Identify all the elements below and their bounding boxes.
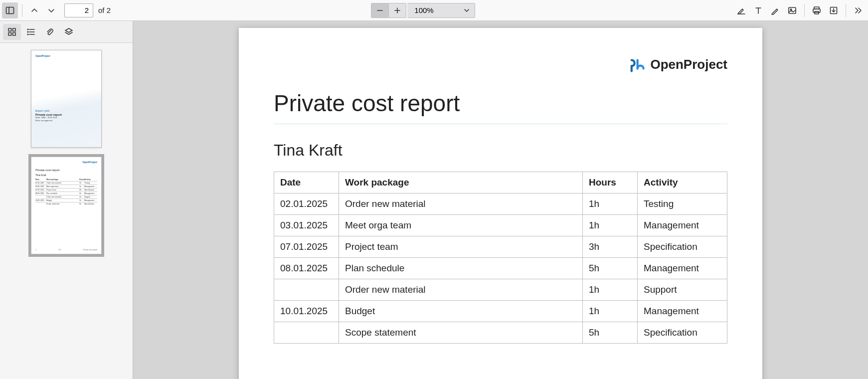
cell-date: 03.01.2025 — [274, 215, 339, 236]
zoom-out-button[interactable] — [371, 3, 388, 17]
thumbnail-list: OpenProject Export / print Private cost … — [0, 43, 133, 379]
thumb1-meta2: Basic management — [35, 120, 62, 122]
page-viewer[interactable]: OpenProject Private cost report Tina Kra… — [133, 21, 868, 379]
image-tool-button[interactable] — [784, 2, 800, 18]
cell-work-package: Budget — [339, 301, 583, 322]
svg-rect-18 — [13, 32, 16, 35]
chevron-down-icon — [47, 6, 56, 15]
list-icon — [26, 27, 36, 37]
cell-hours: 1h — [583, 215, 638, 236]
svg-point-22 — [27, 29, 28, 30]
document-title: Private cost report — [274, 90, 727, 124]
table-row: 07.01.2025Project team3hSpecification — [274, 236, 727, 258]
cell-date — [274, 279, 339, 301]
thumbnail-page-2-preview: OpenProject Private cost report Tina Kra… — [31, 157, 101, 254]
page-down-button[interactable] — [43, 2, 59, 18]
thumb1-section: Export / print — [35, 109, 62, 112]
thumb2-person: Tina Kraft — [35, 174, 97, 177]
cell-activity: Specification — [638, 322, 727, 344]
plus-icon — [393, 6, 402, 15]
col-date: Date — [274, 172, 339, 193]
cell-activity: Management — [638, 258, 727, 279]
sidebar: OpenProject Export / print Private cost … — [0, 21, 133, 379]
cell-hours: 3h — [583, 236, 638, 258]
thumbnail-page-2[interactable]: OpenProject Private cost report Tina Kra… — [31, 157, 102, 254]
svg-rect-11 — [813, 9, 820, 12]
brand-mini-logo: OpenProject — [82, 161, 97, 164]
cell-work-package: Scope statement — [339, 322, 583, 344]
cell-hours: 1h — [583, 279, 638, 301]
cell-hours: 1h — [583, 193, 638, 215]
table-row: 08.01.2025Plan schedule5hManagement — [274, 258, 727, 279]
grid-icon — [7, 27, 17, 37]
cell-date: 10.01.2025 — [274, 301, 339, 322]
table-row: 10.01.2025Budget1hManagement — [274, 301, 727, 322]
svg-marker-25 — [65, 28, 72, 32]
sidebar-tools — [0, 21, 133, 43]
minus-icon — [375, 6, 384, 15]
thumb2-title: Private cost report — [35, 169, 97, 172]
thumbnail-page-1-preview: OpenProject Export / print Private cost … — [31, 50, 101, 147]
cell-work-package: Meet orga team — [339, 215, 583, 236]
svg-rect-0 — [6, 7, 14, 13]
download-icon — [829, 5, 839, 15]
paperclip-icon — [45, 27, 55, 37]
cell-hours: 1h — [583, 301, 638, 322]
cell-date: 02.01.2025 — [274, 193, 339, 215]
page-number-input[interactable] — [64, 3, 93, 17]
cell-activity: Management — [638, 301, 727, 322]
openproject-icon — [628, 56, 645, 73]
highlight-tool-button[interactable] — [733, 2, 749, 18]
text-tool-button[interactable] — [750, 2, 766, 18]
cell-work-package: Order new material — [339, 193, 583, 215]
separator — [804, 4, 805, 17]
separator — [846, 4, 846, 17]
download-button[interactable] — [826, 2, 842, 18]
table-row: Scope statement5hSpecification — [274, 322, 727, 344]
zoom-level-value: 100% — [414, 6, 433, 14]
text-icon — [753, 5, 763, 15]
pdf-page: OpenProject Private cost report Tina Kra… — [239, 28, 762, 379]
cell-activity: Management — [638, 215, 727, 236]
svg-point-9 — [790, 8, 792, 10]
separator — [22, 4, 22, 17]
chevron-down-icon — [464, 7, 470, 13]
thumbnail-page-1[interactable]: OpenProject Export / print Private cost … — [31, 50, 102, 148]
toggle-sidebar-button[interactable] — [2, 2, 18, 18]
cell-work-package: Plan schedule — [339, 258, 583, 279]
highlighter-icon — [736, 5, 746, 15]
thumbnails-view-button[interactable] — [3, 24, 21, 40]
outline-view-button[interactable] — [22, 24, 40, 40]
cell-date: 08.01.2025 — [274, 258, 339, 279]
table-header-row: Date Work package Hours Activity — [274, 172, 727, 193]
zoom-in-button[interactable] — [389, 3, 406, 17]
cell-hours: 5h — [583, 322, 638, 344]
cell-date — [274, 322, 339, 344]
cost-report-table: Date Work package Hours Activity 02.01.2… — [274, 172, 727, 344]
layers-view-button[interactable] — [60, 24, 78, 40]
svg-point-23 — [27, 31, 28, 32]
svg-point-24 — [27, 34, 28, 35]
print-button[interactable] — [809, 2, 825, 18]
pdf-toolbar: of 2 100% — [0, 0, 868, 21]
pencil-icon — [770, 5, 780, 15]
draw-tool-button[interactable] — [767, 2, 783, 18]
document-person: Tina Kraft — [274, 141, 727, 160]
image-icon — [787, 5, 797, 15]
table-row: 03.01.2025Meet orga team1hManagement — [274, 215, 727, 236]
zoom-level-select[interactable]: 100% — [407, 3, 475, 18]
table-row: Order new material1hSupport — [274, 279, 727, 301]
cell-hours: 5h — [583, 258, 638, 279]
main-area: OpenProject Export / print Private cost … — [0, 21, 868, 379]
col-hours: Hours — [583, 172, 638, 193]
brand-mini-logo: OpenProject — [35, 54, 50, 57]
svg-rect-15 — [8, 28, 11, 31]
svg-rect-16 — [13, 28, 16, 31]
col-wp: Work package — [339, 172, 583, 193]
attachments-view-button[interactable] — [41, 24, 59, 40]
printer-icon — [812, 5, 822, 15]
zoom-controls — [371, 3, 406, 18]
more-tools-button[interactable] — [850, 2, 866, 18]
page-up-button[interactable] — [26, 2, 42, 18]
cell-activity: Specification — [638, 236, 727, 258]
